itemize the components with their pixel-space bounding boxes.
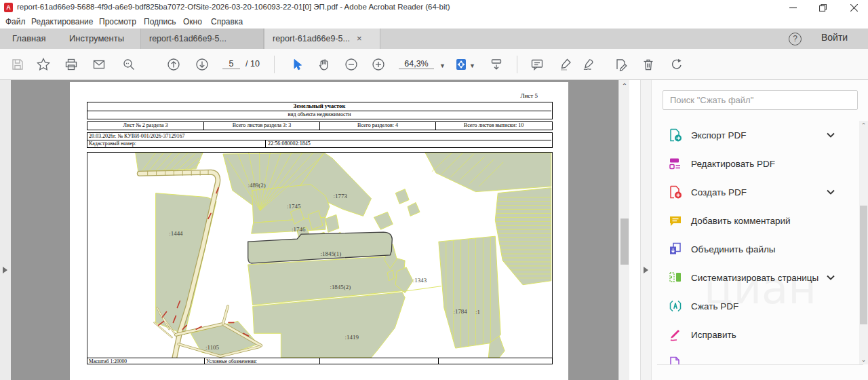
tool-item-fix[interactable]: Исправить xyxy=(652,320,858,349)
parcel-label: :1745 xyxy=(287,203,301,210)
menu-file[interactable]: Файл xyxy=(5,17,26,26)
tab-home[interactable]: Главная xyxy=(3,28,55,49)
toolbar-separator xyxy=(274,56,275,73)
cadastral-map-svg: :489(2):1773:1745:1746:1444:1845(1):1845… xyxy=(87,153,552,358)
sign-in-button[interactable]: Войти xyxy=(821,32,848,43)
minimize-button[interactable] xyxy=(781,0,804,15)
tool-item-label: Объединить файлы xyxy=(691,244,776,254)
main-area: Лист 5 Земельный участок вид объекта нед… xyxy=(0,80,868,380)
meta-cell: Всего листов раздела 3: 3 xyxy=(203,122,319,130)
sidebar-scroll-up-icon[interactable]: ⌃ xyxy=(859,122,868,129)
email-icon[interactable] xyxy=(92,58,106,71)
tools-sidebar: циан Поиск "Сжать файл" Экспорт PDF Реда… xyxy=(651,80,868,380)
menu-sign[interactable]: Подпись xyxy=(144,17,176,26)
sidebar-scroll-down-icon[interactable]: ⌄ xyxy=(859,356,868,363)
object-type-table: Земельный участок вид объекта недвижимос… xyxy=(87,102,553,119)
menu-view[interactable]: Просмотр xyxy=(99,17,136,26)
parcel-label: :1105 xyxy=(205,344,220,351)
document-scrollbar-thumb[interactable] xyxy=(620,218,629,265)
tool-item-partial[interactable] xyxy=(652,349,858,364)
map-scale-label: Масштаб 1:20000 xyxy=(87,358,204,364)
restore-button[interactable] xyxy=(811,0,834,15)
tool-item-combine-files[interactable]: Объединить файлы xyxy=(652,235,858,263)
tool-item-create-pdf[interactable]: Создать PDF xyxy=(652,178,858,206)
meta-cell: Всего листов выписки: 10 xyxy=(435,122,551,130)
tab-document-1[interactable]: report-61ad66e9-5... xyxy=(140,28,264,49)
acrobat-app-icon: A xyxy=(4,3,13,12)
map-footer-empty-cell xyxy=(438,358,551,364)
tab-document-2-active[interactable]: report-61ad66e9-5...× xyxy=(264,28,380,49)
cadastral-info-table: 20.03.2026г. № КУВИ-001/2026-37129167 Ка… xyxy=(87,132,553,148)
tool-item-edit-pdf[interactable]: Редактировать PDF xyxy=(652,149,858,178)
help-icon[interactable]: ? xyxy=(789,33,802,45)
title-bar: A report-61ad66e9-5688-4f9d-a6e9-bdf825b… xyxy=(0,0,868,15)
chevron-down-icon xyxy=(827,275,835,280)
hand-tool-icon[interactable] xyxy=(317,58,331,71)
scroll-up-icon[interactable]: ⌃ xyxy=(619,82,630,90)
tools-panel-toggle-icon[interactable] xyxy=(644,267,648,273)
menu-edit[interactable]: Редактирование xyxy=(31,17,93,26)
tool-item-compress-pdf[interactable]: Сжать PDF xyxy=(652,292,858,320)
map-legend-label: Условные обозначения: xyxy=(204,358,319,364)
rotate-pages-icon[interactable] xyxy=(670,58,684,71)
object-type-title: Земельный участок xyxy=(87,102,551,111)
tool-item-label: Сжать PDF xyxy=(691,301,738,311)
add-comment-icon xyxy=(668,213,683,228)
menu-window[interactable]: Окно xyxy=(183,17,202,26)
parcel-label: :1444 xyxy=(169,230,183,237)
organize-pages-icon xyxy=(668,270,683,285)
document-scrollbar[interactable]: ⌃ xyxy=(618,80,629,380)
tool-item-label: Добавить комментарий xyxy=(691,216,791,226)
cadastral-map: :489(2):1773:1745:1746:1444:1845(1):1845… xyxy=(87,152,553,358)
parcel-label: :1845(1) xyxy=(321,250,342,257)
tab-bar: Главная Инструменты report-61ad66e9-5...… xyxy=(0,28,868,49)
sidebar-divider xyxy=(657,364,863,365)
fix-icon xyxy=(668,327,683,342)
previous-page-icon[interactable] xyxy=(167,58,180,71)
print-icon[interactable] xyxy=(64,58,78,71)
sign-icon[interactable] xyxy=(582,58,595,71)
tab-document-1-label: report-61ad66e9-5... xyxy=(149,34,226,43)
save-icon[interactable] xyxy=(11,58,24,71)
sidebar-scrollbar[interactable]: ⌃ ⌄ xyxy=(859,121,868,364)
zoom-dropdown-icon[interactable]: ▼ xyxy=(439,62,446,69)
compress-pdf-icon xyxy=(668,299,683,314)
sidebar-scrollbar-thumb[interactable] xyxy=(860,206,867,324)
comment-icon[interactable] xyxy=(530,58,544,71)
tool-item-label: Создать PDF xyxy=(691,187,747,197)
tools-search-input[interactable]: Поиск "Сжать файл" xyxy=(663,90,858,110)
pdf-page: Лист 5 Земельный участок вид объекта нед… xyxy=(70,82,568,380)
close-icon xyxy=(850,4,858,12)
tool-item-label: Редактировать PDF xyxy=(691,159,775,169)
parcel-label: :1784 xyxy=(453,308,467,315)
minimize-icon xyxy=(789,4,797,12)
zoom-out-icon[interactable] xyxy=(344,58,358,71)
favorites-star-icon[interactable] xyxy=(37,58,50,71)
highlight-icon[interactable] xyxy=(559,58,572,71)
zoom-in-icon[interactable] xyxy=(372,58,385,71)
tool-item-label: Исправить xyxy=(691,330,736,340)
toolbar-options-icon[interactable] xyxy=(490,58,503,71)
delete-pages-icon[interactable] xyxy=(642,58,655,71)
page-fit-dropdown-icon[interactable]: ▼ xyxy=(469,62,475,69)
protect-pdf-icon xyxy=(668,356,683,364)
select-cursor-icon[interactable] xyxy=(290,58,304,71)
close-button[interactable] xyxy=(842,0,865,15)
tool-item-export-pdf[interactable]: Экспорт PDF xyxy=(652,121,858,149)
next-page-icon[interactable] xyxy=(195,58,209,71)
page-number-input[interactable]: 5 xyxy=(222,59,240,69)
search-icon[interactable] xyxy=(122,58,136,71)
navigation-pane-toggle-icon[interactable] xyxy=(3,267,7,273)
tab-tools[interactable]: Инструменты xyxy=(60,28,134,49)
map-footer-empty-cell xyxy=(319,358,438,364)
tools-list: Экспорт PDF Редактировать PDF Создать PD… xyxy=(652,121,858,364)
tool-item-organize-pages[interactable]: Систематизировать страницы xyxy=(652,263,858,292)
page-fit-icon[interactable] xyxy=(454,58,468,71)
menu-help[interactable]: Справка xyxy=(211,17,243,26)
tool-item-add-comment[interactable]: Добавить комментарий xyxy=(652,206,858,235)
page-total-label: / 10 xyxy=(245,59,260,69)
main-toolbar: 5 / 10 64,3% ▼ ▼ xyxy=(0,49,868,80)
edit-page-icon[interactable] xyxy=(614,58,628,71)
tab-close-icon[interactable]: × xyxy=(357,33,362,43)
zoom-level-input[interactable]: 64,3% xyxy=(399,59,434,69)
